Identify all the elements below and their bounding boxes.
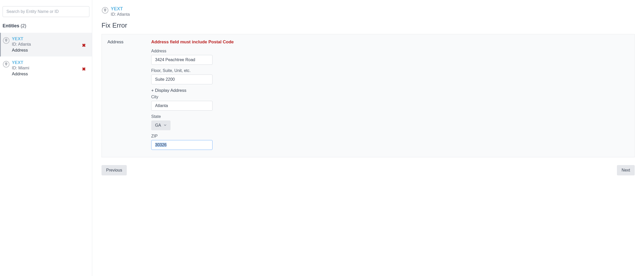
entity-id: ID: Atlanta	[12, 42, 89, 47]
entity-name: YEXT	[12, 36, 89, 42]
floor-label: Floor, Suite, Unit, etc.	[151, 68, 337, 73]
entities-count: (2)	[21, 23, 26, 28]
city-field[interactable]	[151, 101, 213, 111]
header-entity-id: ID: Atlanta	[111, 12, 130, 17]
state-select[interactable]: GA	[151, 120, 171, 130]
entities-header: Entities (2)	[0, 23, 92, 33]
next-button[interactable]: Next	[617, 165, 635, 175]
error-x-icon: ✖	[82, 66, 86, 72]
entities-label: Entities	[3, 23, 19, 28]
state-label: State	[151, 114, 337, 119]
display-address-link[interactable]: + Display Address	[151, 88, 337, 93]
main-header: YEXT ID: Atlanta	[101, 6, 635, 17]
previous-button[interactable]: Previous	[101, 165, 127, 175]
entity-name: YEXT	[12, 60, 89, 65]
address-field[interactable]	[151, 55, 213, 65]
state-value: GA	[155, 123, 161, 128]
sidebar: Entities (2) YEXT ID: Atlanta Address ✖	[0, 0, 92, 276]
header-entity-name: YEXT	[111, 6, 130, 12]
address-label: Address	[151, 49, 337, 53]
floor-field[interactable]	[151, 75, 213, 84]
main-content: YEXT ID: Atlanta Fix Error Address Addre…	[92, 0, 644, 276]
search-input[interactable]	[3, 6, 89, 17]
entity-item-atlanta[interactable]: YEXT ID: Atlanta Address ✖	[0, 33, 92, 56]
city-label: City	[151, 95, 337, 99]
form-error-message: Address field must include Postal Code	[151, 39, 337, 45]
location-pin-icon	[3, 37, 10, 44]
entity-field: Address	[12, 48, 89, 53]
form-section-label: Address	[107, 39, 123, 150]
page-title: Fix Error	[101, 21, 635, 29]
entity-field: Address	[12, 71, 89, 77]
svg-point-3	[6, 63, 7, 64]
location-pin-icon	[3, 61, 10, 68]
chevron-down-icon	[164, 123, 167, 128]
location-pin-icon	[101, 7, 109, 14]
entity-item-miami[interactable]: YEXT ID: Miami Address ✖	[0, 56, 92, 80]
svg-point-5	[105, 9, 106, 10]
error-x-icon: ✖	[82, 43, 86, 48]
form-panel: Address Address field must include Posta…	[101, 34, 635, 157]
zip-value: 30326	[155, 143, 167, 147]
entity-id: ID: Miami	[12, 66, 89, 70]
zip-field[interactable]: 30326	[151, 140, 213, 150]
zip-label: ZIP	[151, 134, 337, 139]
svg-point-1	[6, 39, 7, 40]
